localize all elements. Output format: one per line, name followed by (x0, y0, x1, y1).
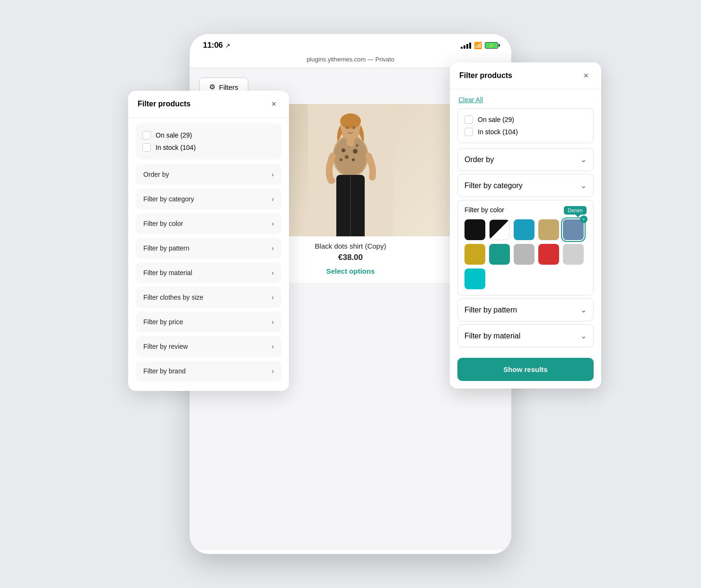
signal-bar-1 (461, 47, 463, 49)
color-tan[interactable] (538, 219, 559, 240)
checkbox-onsale-label-right: On sale (29) (478, 116, 514, 123)
filter-modal-left-body: On sale (29) In stock (104) Order by › F… (128, 118, 289, 391)
chevron-review-left: › (272, 343, 274, 350)
color-section-right: Filter by color Denim × (457, 200, 594, 295)
chevron-color-left: › (272, 220, 274, 227)
checkbox-onsale-box-left[interactable] (142, 131, 151, 139)
filters-label: Filters (219, 83, 238, 91)
chevron-brand-left: › (272, 367, 274, 375)
address-text: plugins.yithemes.com — Privato (307, 56, 394, 63)
color-lightgray[interactable] (514, 244, 535, 265)
chevron-category-left: › (272, 195, 274, 203)
svg-point-5 (353, 149, 358, 154)
color-denim[interactable]: Denim × (563, 219, 584, 240)
product-figure-svg (308, 104, 393, 236)
material-label-right: Filter by material (464, 332, 520, 340)
filter-color-label-left: Filter by color (143, 220, 183, 227)
filter-modal-right: Filter products × Clear All On sale (29)… (450, 62, 601, 389)
color-row-3 (464, 268, 587, 289)
filter-category-left[interactable]: Filter by category › (136, 189, 281, 209)
chevron-pattern-right: ⌄ (580, 305, 587, 314)
sale-stock-box-right: On sale (29) In stock (104) (457, 108, 594, 143)
category-label-right: Filter by category (464, 182, 523, 190)
filter-material-left[interactable]: Filter by material › (136, 262, 281, 283)
filter-modal-right-close[interactable]: × (580, 70, 592, 81)
filter-modal-right-header: Filter products × (450, 62, 601, 89)
chevron-orderby-right: ⌄ (580, 155, 587, 164)
location-icon: ↗ (225, 42, 230, 49)
pattern-section-right[interactable]: Filter by pattern ⌄ (457, 298, 594, 321)
filter-order-by-left[interactable]: Order by › (136, 164, 281, 185)
color-half-black[interactable] (489, 219, 510, 240)
svg-point-8 (340, 158, 342, 161)
checkbox-instock-box-right[interactable] (464, 128, 473, 136)
filter-size-label-left: Filter clothes by size (143, 294, 203, 301)
material-section-right[interactable]: Filter by material ⌄ (457, 324, 594, 347)
checkbox-onsale-box-right[interactable] (464, 115, 473, 124)
checkbox-in-stock-left[interactable]: In stock (104) (142, 141, 275, 154)
svg-point-14 (352, 126, 355, 130)
wifi-icon: 📶 (474, 42, 482, 49)
checkbox-on-sale-left[interactable]: On sale (29) (142, 129, 275, 141)
checkbox-onsale-label-left: On sale (29) (156, 131, 192, 139)
svg-point-6 (345, 155, 349, 159)
checkbox-instock-label-right: In stock (104) (478, 128, 518, 136)
order-by-section-right[interactable]: Order by ⌄ (457, 148, 594, 171)
color-turquoise[interactable] (464, 268, 485, 289)
checkbox-on-sale-right[interactable]: On sale (29) (464, 113, 587, 126)
filter-size-left[interactable]: Filter clothes by size › (136, 287, 281, 308)
filter-price-label-left: Filter by price (143, 318, 183, 326)
chevron-category-right: ⌄ (580, 181, 587, 190)
filter-order-by-label-left: Order by (143, 171, 169, 178)
color-black[interactable] (464, 219, 485, 240)
signal-bar-2 (464, 45, 465, 49)
color-row-1: Denim × (464, 219, 587, 240)
show-results-button[interactable]: Show results (457, 358, 594, 381)
checkbox-group-left: On sale (29) In stock (104) (136, 123, 281, 159)
color-silver[interactable] (563, 244, 584, 265)
filter-pattern-left[interactable]: Filter by pattern › (136, 238, 281, 259)
color-teal[interactable] (489, 244, 510, 265)
filters-icon: ⚙ (209, 83, 215, 91)
denim-close-btn[interactable]: × (580, 216, 587, 223)
checkbox-instock-box-left[interactable] (142, 143, 151, 152)
chevron-material-right: ⌄ (580, 331, 587, 340)
color-row-2 (464, 244, 587, 265)
filter-pattern-label-left: Filter by pattern (143, 244, 189, 252)
denim-tooltip: Denim (564, 206, 587, 215)
svg-point-15 (328, 177, 335, 184)
checkbox-in-stock-right[interactable]: In stock (104) (464, 126, 587, 138)
time-display: 11:06 (203, 41, 223, 50)
battery-icon: ⚡ (485, 42, 498, 49)
chevron-pattern-left: › (272, 244, 274, 252)
svg-point-3 (342, 148, 345, 152)
filter-material-label-left: Filter by material (143, 269, 192, 277)
pattern-label-right: Filter by pattern (464, 306, 517, 314)
filter-color-left[interactable]: Filter by color › (136, 213, 281, 234)
filter-review-left[interactable]: Filter by review › (136, 336, 281, 357)
color-cyan[interactable] (514, 219, 535, 240)
chevron-price-left: › (272, 318, 274, 326)
filter-review-label-left: Filter by review (143, 343, 188, 350)
filter-modal-left-header: Filter products × (128, 91, 289, 118)
chevron-order-by-left: › (272, 171, 274, 178)
status-icons: 📶 ⚡ (461, 42, 498, 49)
category-section-right[interactable]: Filter by category ⌄ (457, 174, 594, 197)
checkbox-instock-label-left: In stock (104) (156, 144, 196, 151)
filter-modal-left: Filter products × On sale (29) In stock … (128, 91, 289, 391)
svg-point-9 (356, 144, 359, 147)
filter-modal-right-title: Filter products (459, 71, 512, 80)
chevron-size-left: › (272, 294, 274, 301)
clear-all-link[interactable]: Clear All (450, 89, 601, 104)
filter-brand-left[interactable]: Filter by brand › (136, 361, 281, 381)
svg-point-13 (346, 126, 349, 130)
filter-modal-left-title: Filter products (138, 100, 191, 108)
filter-modal-left-close[interactable]: × (268, 98, 280, 110)
signal-bar-4 (469, 43, 471, 49)
color-yellow[interactable] (464, 244, 485, 265)
color-red[interactable] (538, 244, 559, 265)
order-by-label-right: Order by (464, 156, 494, 164)
status-bar: 11:06 ↗ 📶 ⚡ (190, 34, 511, 53)
filter-price-left[interactable]: Filter by price › (136, 311, 281, 332)
signal-bars (461, 43, 471, 49)
